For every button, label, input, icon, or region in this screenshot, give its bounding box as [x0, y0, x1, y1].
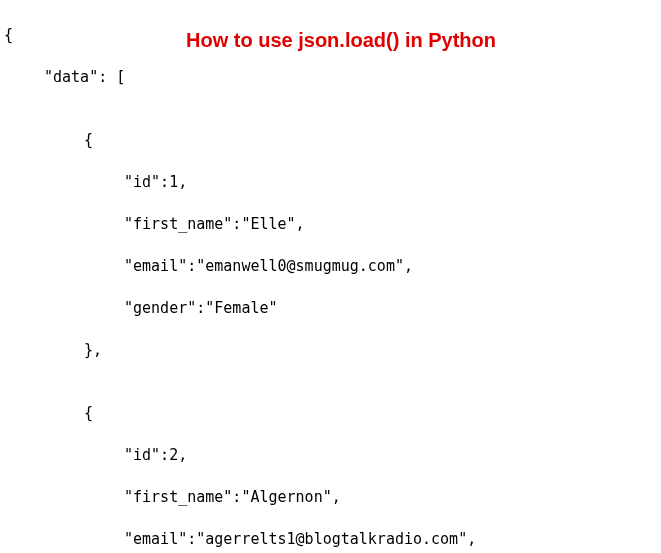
data-key: "data": [	[44, 67, 657, 88]
record-open: {	[84, 130, 657, 151]
record-line: "id":1,	[124, 172, 657, 193]
record-line: "email":"emanwell0@smugmug.com",	[124, 256, 657, 277]
record-close: },	[84, 340, 657, 361]
json-code-block: { "data": [ { "id":1, "first_name":"Elle…	[4, 4, 657, 553]
record-line: "id":2,	[124, 445, 657, 466]
record-line: "email":"agerrelts1@blogtalkradio.com",	[124, 529, 657, 550]
record-line: "first_name":"Elle",	[124, 214, 657, 235]
title-overlay: How to use json.load() in Python	[186, 26, 496, 54]
record-open: {	[84, 403, 657, 424]
record-line: "gender":"Female"	[124, 298, 657, 319]
record-line: "first_name":"Algernon",	[124, 487, 657, 508]
